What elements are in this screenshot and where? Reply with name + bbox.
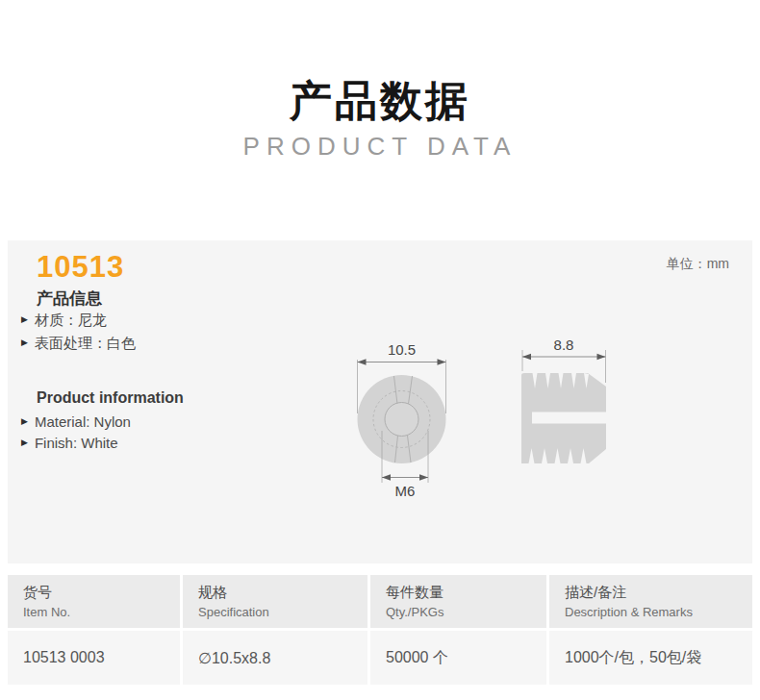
bullet-triangle-icon: ▶ [21,332,28,354]
dim-label-side-width: 8.8 [554,337,574,353]
cell-qty: 50000 个 [370,631,546,685]
en-info-item-material: ▶ Material: Nylon [21,411,131,433]
bullet-triangle-icon: ▶ [21,309,28,331]
bullet-triangle-icon: ▶ [21,432,28,454]
product-info-panel: 10513 单位：mm 产品信息 ▶ 材质：尼龙 ▶ 表面处理：白色 Produ… [8,240,752,563]
column-header-en: Description & Remarks [565,605,752,619]
technical-drawing: 10.5 M6 8. [342,337,621,510]
cn-info-item-material: ▶ 材质：尼龙 [21,309,107,331]
en-info-heading: Product information [37,389,184,407]
column-header-cn: 规格 [198,584,367,602]
column-header-cn: 描述/备注 [565,584,752,602]
dim-label-thread: M6 [395,483,416,499]
cn-info-heading: 产品信息 [37,288,102,310]
column-header-en: Item No. [23,605,180,619]
cn-info-item-label: 材质：尼龙 [35,309,107,331]
cell-item-no: 10513 0003 [8,631,180,685]
product-data-page: 产品数据 PRODUCT DATA 10513 单位：mm 产品信息 ▶ 材质：… [0,0,760,700]
column-header-item-no: 货号 Item No. [8,575,180,628]
spec-table: 货号 Item No. 规格 Specification 每件数量 Qty./P… [8,575,752,685]
column-header-qty: 每件数量 Qty./PKGs [370,575,546,628]
bullet-triangle-icon: ▶ [21,411,28,433]
column-header-description: 描述/备注 Description & Remarks [549,575,752,628]
column-header-cn: 每件数量 [386,584,546,602]
column-header-en: Qty./PKGs [386,605,546,619]
en-info-item-finish: ▶ Finish: White [21,432,118,454]
cell-description: 1000个/包，50包/袋 [549,631,752,685]
column-header-specification: 规格 Specification [183,575,367,628]
en-info-item-label: Finish: White [35,432,118,454]
unit-label: 单位：mm [667,256,729,273]
cn-info-item-label: 表面处理：白色 [35,332,136,354]
column-header-en: Specification [198,605,367,619]
dim-label-front-diameter: 10.5 [388,341,416,358]
item-number: 10513 [37,250,124,285]
side-view [521,373,606,463]
en-info-item-label: Material: Nylon [35,411,131,433]
page-subtitle: PRODUCT DATA [0,132,760,162]
column-header-cn: 货号 [23,584,180,602]
front-view [358,375,446,463]
page-title: 产品数据 [0,73,760,130]
cn-info-item-finish: ▶ 表面处理：白色 [21,332,136,354]
cell-specification: ∅10.5x8.8 [183,631,367,685]
